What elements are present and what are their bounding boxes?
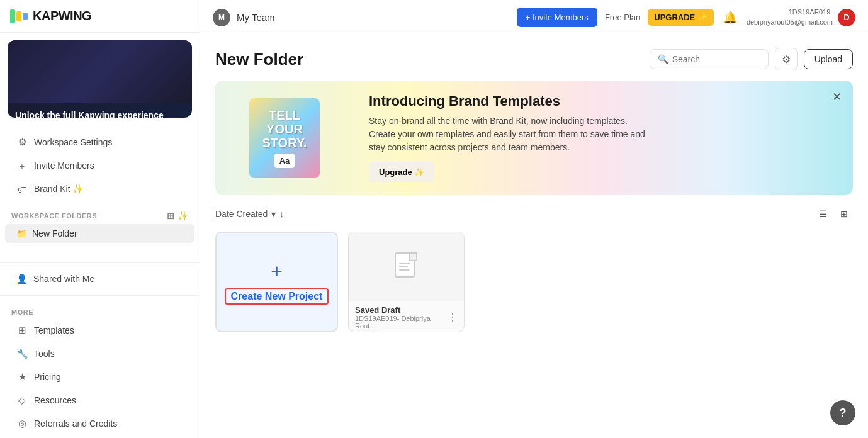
content-header: New Folder 🔍 ⚙ Upload (215, 48, 853, 70)
invite-members-button[interactable]: + Invite Members (517, 8, 597, 27)
brand-banner-visual: TELL YOUR STORY. Aa (215, 86, 354, 191)
sidebar-item-templates[interactable]: ⊞ Templates (5, 319, 194, 342)
promo-banner: Unlock the full Kapwing experience Upgra… (8, 40, 192, 118)
sort-label: Date Created (215, 209, 268, 219)
sidebar-item-label: Referrals and Credits (34, 418, 117, 429)
notification-bell-icon[interactable]: 🔔 (721, 9, 739, 26)
settings-icon-button[interactable]: ⚙ (775, 48, 798, 70)
create-plus-icon: + (271, 260, 283, 283)
topbar-upgrade-button[interactable]: UPGRADE ✨ (648, 9, 714, 26)
main-content: M My Team + Invite Members Free Plan UPG… (200, 0, 868, 438)
people-icon: 👤 (16, 274, 27, 284)
sidebar-item-tools[interactable]: 🔧 Tools (5, 342, 194, 365)
visual-line3: STORY. (262, 136, 307, 150)
resources-icon: ◇ (16, 395, 28, 406)
templates-icon: ⊞ (16, 325, 28, 336)
sidebar-item-label: Pricing (34, 372, 61, 382)
create-new-project-card[interactable]: + Create New Project (215, 232, 338, 332)
folder-actions: ⊞ ✨ (167, 211, 188, 221)
folder-empty-space (0, 244, 200, 257)
sort-arrow-icon: ↓ (279, 209, 284, 219)
promo-title: Unlock the full Kapwing experience (15, 110, 184, 118)
view-toggle: ☰ ⊞ (814, 205, 853, 223)
user-avatar[interactable]: D (838, 9, 855, 26)
folder-icon: 📁 (16, 228, 27, 239)
referrals-icon: ◎ (16, 418, 28, 429)
folder-item-new-folder[interactable]: 📁 New Folder (5, 224, 194, 243)
list-icon: ☰ (819, 209, 827, 219)
star-icon: ★ (16, 371, 28, 383)
workspace-folders-label: WORKSPACE FOLDERS (11, 212, 97, 220)
content-actions: 🔍 ⚙ Upload (650, 48, 853, 70)
promo-image (8, 40, 192, 103)
more-title: MORE (0, 303, 200, 318)
list-view-button[interactable]: ☰ (814, 205, 831, 223)
folder-label: New Folder (32, 228, 77, 239)
search-icon: 🔍 (658, 54, 668, 64)
saved-draft-preview (349, 232, 464, 301)
visual-line2: YOUR (262, 122, 307, 136)
sidebar-divider-2 (0, 295, 200, 296)
promo-content: Unlock the full Kapwing experience Upgra… (8, 103, 192, 118)
visual-line1: TELL (262, 108, 307, 122)
user-id: 1DS19AE019- (747, 8, 833, 17)
sidebar-item-workspace-settings[interactable]: ⚙ Workspace Settings (5, 131, 194, 154)
brand-banner-desc: Stay on-brand all the time with Brand Ki… (369, 115, 646, 154)
page-title: New Folder (215, 50, 303, 69)
grid-icon: ⊞ (840, 209, 848, 219)
logo-area: KAPWING (0, 0, 200, 33)
brand-visual-box: TELL YOUR STORY. Aa (249, 98, 319, 178)
chevron-down-icon: ▾ (271, 209, 276, 219)
sidebar-item-pricing[interactable]: ★ Pricing (5, 366, 194, 388)
draft-menu-icon[interactable]: ⋮ (448, 312, 458, 323)
team-avatar: M (213, 9, 230, 26)
brand-banner-content: Introducing Brand Templates Stay on-bran… (354, 81, 853, 195)
saved-draft-name: Saved Draft (355, 305, 448, 315)
magic-icon[interactable]: ✨ (178, 211, 189, 221)
search-input[interactable] (672, 54, 760, 64)
brand-upgrade-button[interactable]: Upgrade ✨ (369, 162, 434, 182)
svg-rect-3 (399, 266, 408, 267)
logo-icon (10, 9, 28, 23)
brand-banner: TELL YOUR STORY. Aa Introducing Brand Te… (215, 81, 853, 195)
sidebar-item-resources[interactable]: ◇ Resources (5, 389, 194, 412)
search-box[interactable]: 🔍 (650, 49, 769, 69)
saved-draft-card[interactable]: Saved Draft 1DS19AE019- Debipriya Rout..… (348, 232, 465, 332)
content-area: New Folder 🔍 ⚙ Upload TELL YOUR (200, 35, 868, 438)
sidebar-item-label: Tools (34, 349, 55, 359)
sort-date-created[interactable]: Date Created ▾ ↓ (215, 209, 284, 219)
user-text: 1DS19AE019- debipriyarout05@gmail.com (747, 8, 833, 27)
svg-rect-1 (409, 253, 417, 261)
sidebar-item-shared-with-me[interactable]: 👤 Shared with Me (5, 268, 194, 289)
team-name: My Team (237, 12, 275, 23)
topbar-left: M My Team (213, 9, 275, 26)
grid-view-button[interactable]: ⊞ (835, 205, 853, 223)
new-folder-icon[interactable]: ⊞ (167, 211, 175, 221)
sidebar-item-invite-members[interactable]: + Invite Members (5, 154, 194, 177)
help-button[interactable]: ? (830, 400, 855, 425)
sidebar-nav: ⚙ Workspace Settings + Invite Members 🏷 … (0, 125, 200, 206)
user-email: debipriyarout05@gmail.com (747, 18, 833, 27)
brand-banner-title: Introducing Brand Templates (369, 93, 838, 110)
topbar: M My Team + Invite Members Free Plan UPG… (200, 0, 868, 35)
sidebar-item-referrals[interactable]: ◎ Referrals and Credits (5, 412, 194, 435)
sidebar-divider-1 (0, 262, 200, 263)
settings-icon: ⚙ (16, 137, 28, 148)
workspace-folders-section: WORKSPACE FOLDERS ⊞ ✨ (0, 206, 200, 223)
projects-grid: + Create New Project (215, 232, 853, 332)
brand-banner-close-button[interactable]: ✕ (828, 88, 845, 106)
tools-icon: 🔧 (16, 348, 28, 359)
sidebar: KAPWING Unlock the full Kapwing experien… (0, 0, 200, 438)
user-info: 1DS19AE019- debipriyarout05@gmail.com D (747, 8, 855, 27)
sidebar-item-label: Resources (34, 395, 76, 405)
logo-text: KAPWING (33, 9, 91, 23)
saved-draft-sub: 1DS19AE019- Debipriya Rout.... (355, 315, 448, 330)
plus-icon: + (16, 160, 28, 171)
tag-icon: 🏷 (16, 183, 28, 194)
upload-button[interactable]: Upload (804, 49, 853, 69)
sidebar-item-brand-kit[interactable]: 🏷 Brand Kit ✨ (5, 177, 194, 200)
sort-row: Date Created ▾ ↓ ☰ ⊞ (215, 205, 853, 223)
svg-rect-2 (399, 263, 410, 264)
create-new-project-label: Create New Project (225, 288, 329, 305)
sidebar-item-label: Templates (34, 325, 74, 335)
